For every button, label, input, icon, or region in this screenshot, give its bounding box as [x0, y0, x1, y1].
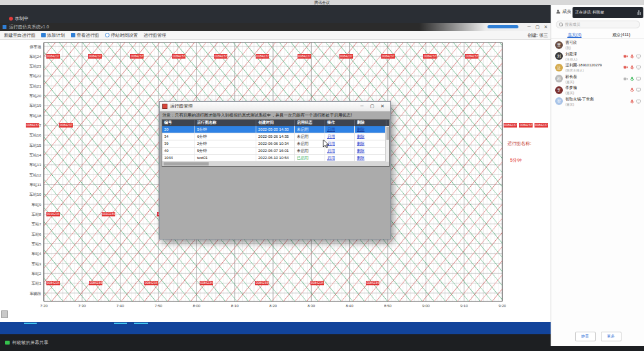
table-header-row: 编号运行图名称创建时间启用状态操作删除 — [162, 120, 389, 126]
dialog-note: 注意：只有启用的运行图才能导入到模拟仿真式测试系统中，并且一次只能有一个运行图处… — [162, 113, 389, 119]
titlebar-scroll-pill[interactable] — [488, 25, 518, 28]
toolbar-item-label: 新建空白运行图 — [4, 32, 35, 39]
table-vertical-scrollbar[interactable] — [385, 126, 389, 162]
member-tab-0[interactable]: 嘉宾(4) — [551, 30, 598, 38]
delete-link[interactable]: 删除 — [357, 128, 365, 131]
train-number-badge: 0084237 — [465, 54, 478, 59]
delete-link[interactable]: 删除 — [357, 142, 365, 146]
dialog-maximize-icon[interactable]: ▢ — [367, 102, 377, 111]
app-minimize-icon[interactable]: ─ — [525, 23, 533, 31]
enable-link[interactable]: 启用 — [327, 128, 335, 131]
corner-doc-icon[interactable] — [1, 310, 8, 318]
table-horizontal-scrollbar[interactable] — [162, 162, 389, 166]
table-cell: 34 — [162, 133, 195, 140]
table-cell: 2022-05-26 14:35 — [256, 133, 295, 140]
mic-off-icon[interactable] — [630, 99, 634, 104]
enable-link[interactable]: 启用 — [327, 156, 335, 160]
taskbar-app-indicator[interactable] — [114, 323, 127, 324]
app-titlebar: 运行图仿真系统v1.0 ─ ▢ ✕ — [0, 23, 552, 31]
meeting-titlebar: 腾讯会议 — [0, 0, 644, 5]
dialog-titlebar[interactable]: 运行图管理 ─ ▢ ✕ — [160, 102, 390, 111]
dialog-icon — [162, 104, 167, 109]
screen-share-icon[interactable] — [636, 65, 641, 70]
mic-off-icon[interactable] — [630, 65, 634, 70]
member-row[interactable]: 泛泛利圈-18910120279(联席主持人) — [551, 62, 644, 73]
diagram-name-value: 5分钟 — [510, 157, 522, 164]
dialog-minimize-icon[interactable]: ─ — [357, 102, 367, 111]
enable-link[interactable]: 启用 — [327, 149, 335, 153]
app-close-icon[interactable]: ✕ — [542, 23, 550, 31]
toolbar-item-label: 停站时间设置 — [111, 32, 138, 39]
enable-link[interactable]: 启用 — [327, 135, 335, 138]
time-tick-label: 8:10 — [228, 304, 242, 308]
toolbar-item-2[interactable]: 查看运行图 — [71, 32, 99, 39]
station-label: 车站12 — [21, 173, 41, 178]
delete-cell: 删除 — [355, 140, 386, 147]
camera-off-icon[interactable] — [623, 65, 628, 70]
table-row[interactable]: 1044test012022-06-10 10:54已启用启用删除 — [162, 155, 389, 162]
search-input[interactable] — [565, 23, 637, 26]
train-number-badge: 0084237 — [46, 54, 60, 59]
mic-off-icon[interactable] — [630, 54, 634, 59]
toolbar-item-label: 查看运行图 — [77, 32, 99, 39]
delete-link[interactable]: 删除 — [357, 156, 365, 160]
dialog-title: 运行图管理 — [170, 103, 357, 109]
toolbar-item-0[interactable]: 新建空白运行图 — [4, 32, 35, 39]
table-row[interactable]: 205分钟2022-05-20 14:30未启用启用删除 — [162, 126, 389, 133]
train-number-badge: 0084237 — [26, 123, 39, 128]
recording-indicator: 录制中 — [9, 15, 28, 22]
delete-link[interactable]: 删除 — [357, 135, 365, 138]
tool-icon — [41, 33, 46, 37]
camera-icon[interactable] — [623, 77, 628, 81]
time-tick-label: 9:20 — [495, 304, 509, 308]
app-maximize-icon[interactable]: ▢ — [533, 23, 542, 31]
table-row[interactable]: 405分钟2022-06-07 16:01未启用启用删除 — [162, 147, 389, 155]
screen-share-icon[interactable] — [636, 99, 641, 104]
toolbar-item-4[interactable]: 运行图管理 — [144, 32, 166, 39]
station-label: 车站13 — [21, 162, 41, 168]
taskbar-app-indicator[interactable] — [134, 323, 148, 324]
delete-cell: 删除 — [355, 155, 386, 161]
member-row[interactable]: 郭郭长磊(嘉宾) — [551, 73, 644, 85]
mute-button[interactable]: 静音 — [575, 332, 596, 341]
station-label: 车站8 — [21, 212, 41, 218]
taskbar-app-indicator[interactable] — [24, 323, 37, 324]
mic-on-icon[interactable] — [630, 77, 634, 81]
member-row[interactable]: 智智取火锅-丁世彪(嘉宾) — [551, 96, 644, 108]
member-status-icons — [630, 88, 641, 92]
members-header: 成员 — [556, 8, 571, 15]
station-label: 车站1 — [21, 281, 41, 287]
more-button[interactable]: 更多 — [601, 332, 621, 341]
member-role: (嘉宾) — [565, 80, 621, 84]
table-cell: test01 — [195, 155, 256, 161]
screen-share-icon[interactable] — [636, 54, 641, 59]
search-icon — [559, 23, 563, 26]
status-cell: 未启用 — [295, 126, 325, 133]
table-cell: 39 — [162, 140, 195, 147]
table-cell: 2022-06-06 10:34 — [256, 140, 295, 147]
table-row[interactable]: 392分钟2022-06-06 10:34未启用启用删除 — [162, 140, 389, 147]
dialog-close-icon[interactable]: ✕ — [377, 102, 388, 111]
member-texts: 刘延泽(主持人) — [565, 52, 621, 61]
member-search[interactable] — [556, 21, 640, 28]
mic-off-icon[interactable] — [630, 88, 634, 92]
member-row[interactable]: 李李梦楠(嘉宾) — [551, 84, 644, 96]
windows-taskbar[interactable] — [0, 322, 551, 334]
time-tick-label: 8:00 — [189, 304, 204, 308]
screen-share-icon[interactable] — [636, 77, 641, 81]
toolbar-item-1[interactable]: 添加计划 — [41, 32, 65, 39]
member-tab-1[interactable]: 观众(411) — [598, 30, 644, 38]
scrollbar-thumb[interactable] — [164, 162, 209, 166]
camera-off-icon[interactable] — [623, 54, 628, 59]
screen-share-icon[interactable] — [636, 88, 641, 92]
table-row[interactable]: 346分钟2022-05-26 14:35未启用启用删除 — [162, 133, 389, 140]
member-row[interactable]: 刘刘延泽(主持人) — [551, 51, 644, 62]
member-name: 郭长磊 — [565, 74, 621, 80]
toolbar-item-3[interactable]: 停站时间设置 — [105, 32, 138, 39]
table-cell: 2分钟 — [195, 140, 256, 147]
member-row[interactable]: 曹曹可欣(我) — [551, 39, 644, 51]
delete-link[interactable]: 删除 — [357, 149, 365, 153]
train-number-badge: 0084237 — [256, 54, 269, 59]
train-number-badge: 0084237 — [214, 54, 227, 59]
time-tick-label: 8:30 — [304, 304, 318, 308]
